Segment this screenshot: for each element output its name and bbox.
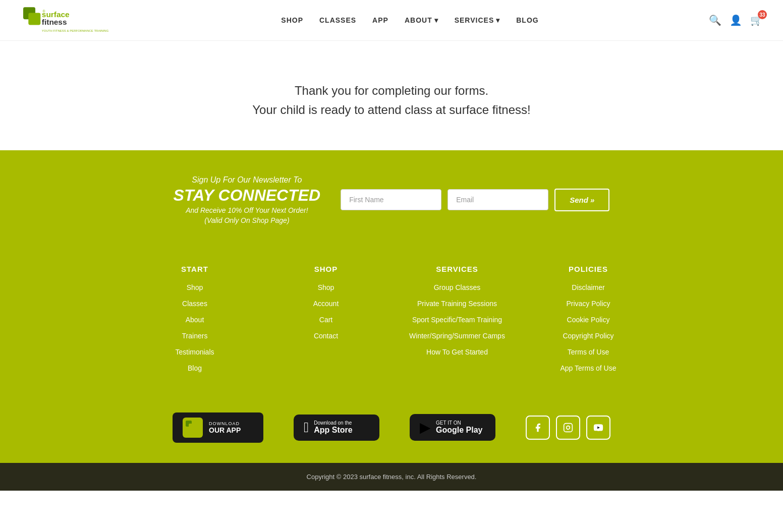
start-link-about[interactable]: About: [186, 316, 204, 324]
account-icon[interactable]: 👤: [730, 14, 742, 26]
shop-link-shop[interactable]: Shop: [318, 283, 334, 291]
svg-text:surface: surface: [42, 10, 70, 19]
sign-up-line: Sign Up For Our Newsletter To: [174, 175, 321, 185]
svg-rect-8: [564, 424, 573, 432]
thank-you-line1: Thank you for completing our forms.: [20, 81, 763, 100]
shop-link-contact[interactable]: Contact: [314, 332, 338, 340]
services-link-sport-specific[interactable]: Sport Specific/Team Training: [412, 316, 502, 324]
cart-badge: 33: [758, 10, 767, 19]
copyright-text: Copyright © 2023 surface fitness, inc. A…: [307, 473, 477, 481]
site-header: surface fitness ® YOUTH FITNESS & PERFOR…: [0, 0, 783, 41]
nav-app[interactable]: APP: [372, 16, 388, 24]
newsletter-form: Send »: [341, 189, 609, 211]
footer-col-services: SERVICES Group Classes Private Training …: [397, 265, 518, 372]
svg-rect-1: [28, 13, 40, 25]
footer-links-grid: START Shop Classes About Trainers Testim…: [114, 245, 669, 392]
start-link-blog[interactable]: Blog: [188, 364, 202, 372]
svg-rect-7: [189, 424, 195, 430]
chevron-down-icon: ▾: [496, 16, 500, 24]
email-input[interactable]: [448, 189, 548, 210]
discount-line: And Receive 10% Off Your Next Order!: [174, 206, 321, 214]
main-nav: SHOP CLASSES APP ABOUT ▾ SERVICES ▾ BLOG: [281, 16, 538, 24]
first-name-input[interactable]: [341, 189, 441, 210]
logo-area[interactable]: surface fitness ® YOUTH FITNESS & PERFOR…: [20, 5, 111, 35]
footer-col-policies: POLICIES Disclaimer Privacy Policy Cooki…: [528, 265, 649, 372]
google-play-button[interactable]: ▶ GET IT ON Google Play: [410, 414, 495, 441]
footer-col-start: START Shop Classes About Trainers Testim…: [134, 265, 255, 372]
policies-link-copyright[interactable]: Copyright Policy: [563, 332, 613, 340]
svg-text:fitness: fitness: [42, 18, 67, 26]
newsletter-text: Sign Up For Our Newsletter To STAY CONNE…: [174, 175, 321, 224]
nav-blog[interactable]: BLOG: [516, 16, 538, 24]
shop-link-cart[interactable]: Cart: [319, 316, 332, 324]
google-play-text: GET IT ON Google Play: [436, 420, 482, 435]
start-link-trainers[interactable]: Trainers: [182, 332, 208, 340]
policies-col-title: POLICIES: [569, 265, 608, 273]
logo-image: surface fitness ® YOUTH FITNESS & PERFOR…: [20, 5, 111, 35]
nav-services[interactable]: SERVICES ▾: [455, 16, 500, 24]
services-link-group-classes[interactable]: Group Classes: [434, 283, 481, 291]
nav-about[interactable]: ABOUT ▾: [405, 16, 438, 24]
services-col-title: SERVICES: [436, 265, 478, 273]
facebook-icon[interactable]: [526, 416, 550, 440]
app-store-text: Download on the App Store: [314, 420, 352, 435]
nav-classes[interactable]: CLASSES: [319, 16, 356, 24]
policies-link-privacy[interactable]: Privacy Policy: [566, 300, 610, 308]
main-content: Thank you for completing our forms. Your…: [0, 41, 783, 150]
send-button[interactable]: Send »: [554, 189, 609, 211]
policies-link-disclaimer[interactable]: Disclaimer: [572, 283, 604, 291]
policies-link-cookie[interactable]: Cookie Policy: [567, 316, 610, 324]
services-link-private-training[interactable]: Private Training Sessions: [417, 300, 497, 308]
copyright-bar: Copyright © 2023 surface fitness, inc. A…: [0, 463, 783, 491]
download-app-text: DOWNLOAD OUR APP: [209, 421, 241, 434]
app-store-button[interactable]:  Download on the App Store: [294, 415, 379, 441]
download-app-button[interactable]: DOWNLOAD OUR APP: [173, 412, 263, 443]
start-link-testimonials[interactable]: Testimonials: [175, 348, 214, 356]
thank-you-line2: Your child is ready to attend class at s…: [20, 100, 763, 120]
shop-link-account[interactable]: Account: [313, 300, 339, 308]
social-icons: [526, 416, 610, 440]
app-logo-icon: [183, 418, 203, 438]
services-link-camps[interactable]: Winter/Spring/Summer Camps: [409, 332, 505, 340]
footer-links-wrapper: START Shop Classes About Trainers Testim…: [0, 245, 783, 392]
search-icon[interactable]: 🔍: [709, 14, 721, 26]
apple-icon: : [304, 420, 309, 436]
chevron-down-icon: ▾: [434, 16, 438, 24]
google-play-icon: ▶: [420, 419, 431, 436]
cart-wrapper[interactable]: 🛒 33: [750, 14, 763, 26]
header-icons: 🔍 👤 🛒 33: [709, 14, 763, 26]
start-link-shop[interactable]: Shop: [187, 283, 203, 291]
shop-col-title: SHOP: [314, 265, 338, 273]
start-col-title: START: [181, 265, 208, 273]
footer: Sign Up For Our Newsletter To STAY CONNE…: [0, 150, 783, 491]
services-link-get-started[interactable]: How To Get Started: [426, 348, 488, 356]
policies-link-app-terms[interactable]: App Terms of Use: [560, 364, 616, 372]
start-link-classes[interactable]: Classes: [182, 300, 207, 308]
svg-text:YOUTH FITNESS & PERFORMANCE TR: YOUTH FITNESS & PERFORMANCE TRAINING: [42, 29, 109, 32]
youtube-icon[interactable]: [586, 416, 610, 440]
stay-connected-heading: STAY CONNECTED: [174, 187, 321, 204]
app-download-section: DOWNLOAD OUR APP  Download on the App S…: [0, 392, 783, 463]
policies-link-terms[interactable]: Terms of Use: [568, 348, 609, 356]
svg-text:®: ®: [43, 10, 45, 13]
valid-line: (Valid Only On Shop Page): [174, 216, 321, 224]
newsletter-section: Sign Up For Our Newsletter To STAY CONNE…: [0, 150, 783, 245]
nav-shop[interactable]: SHOP: [281, 16, 303, 24]
footer-col-shop: SHOP Shop Account Cart Contact: [265, 265, 386, 372]
instagram-icon[interactable]: [556, 416, 580, 440]
